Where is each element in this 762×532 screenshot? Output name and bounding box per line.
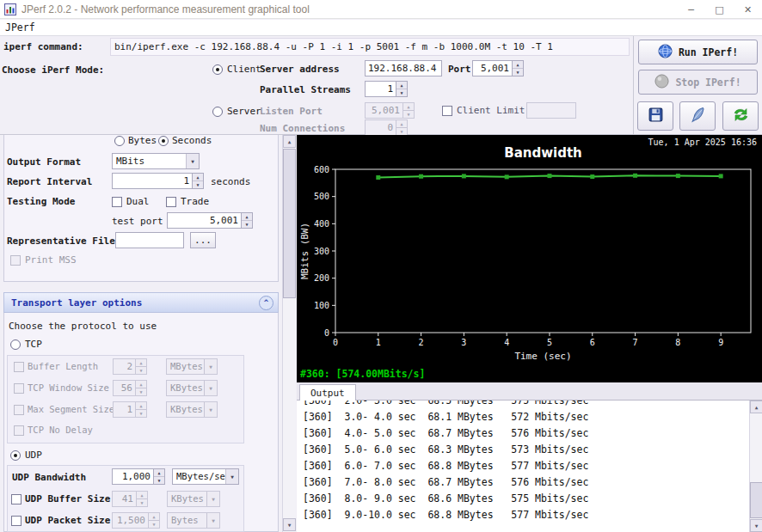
- spinner-down-icon[interactable]: [154, 477, 164, 484]
- udp-buffer-size-spinner: 41: [112, 491, 148, 507]
- buffer-length-label: Buffer Length: [28, 361, 98, 371]
- trade-checkbox-label[interactable]: Trade: [181, 196, 209, 207]
- jperf-window: JPerf 2.0.2 - Network performance measur…: [0, 0, 762, 532]
- iperf-command-input[interactable]: bin/iperf.exe -c 192.168.88.4 -u -P 1 -i…: [110, 38, 630, 56]
- num-connections-value: 0: [365, 119, 396, 136]
- seconds-radio[interactable]: [158, 136, 169, 146]
- scroll-up-icon[interactable]: [750, 401, 762, 413]
- max-segment-size-value: 1: [113, 401, 135, 418]
- output-scrollbar-thumb[interactable]: [750, 482, 762, 518]
- collapse-icon[interactable]: ^: [259, 296, 273, 310]
- trade-checkbox[interactable]: [166, 197, 176, 207]
- scroll-down-icon[interactable]: [750, 519, 762, 532]
- udp-bandwidth-value[interactable]: 1,000: [112, 468, 153, 485]
- dual-checkbox-label[interactable]: Dual: [126, 196, 150, 207]
- server-radio[interactable]: [212, 107, 223, 117]
- spinner-up-icon: [136, 402, 146, 410]
- close-button[interactable]: ✕: [734, 0, 762, 19]
- client-limit-checkbox[interactable]: [442, 106, 452, 116]
- spinner-down-icon[interactable]: [396, 89, 407, 96]
- client-radio[interactable]: [212, 64, 223, 75]
- udp-packet-size-checkbox[interactable]: [11, 516, 22, 526]
- seconds-radio-label[interactable]: Seconds: [172, 135, 212, 146]
- run-iperf-button[interactable]: Run IPerf!: [638, 40, 758, 64]
- output-format-value: MBits: [113, 154, 186, 168]
- console[interactable]: [360] 2.0- 3.0 sec 68.5 MBytes 575 Mbits…: [297, 401, 749, 532]
- tcp-radio[interactable]: [10, 339, 21, 350]
- menu-jperf[interactable]: JPerf: [0, 20, 42, 34]
- spinner-down-icon[interactable]: [242, 221, 252, 228]
- bytes-radio-label[interactable]: Bytes: [128, 135, 157, 146]
- dual-checkbox[interactable]: [112, 197, 122, 207]
- spinner-up-icon[interactable]: [242, 213, 252, 221]
- parallel-streams-value[interactable]: 1: [365, 81, 396, 97]
- server-radio-label[interactable]: Server: [227, 106, 261, 117]
- output-scrollbar[interactable]: [749, 401, 762, 532]
- svg-text:4: 4: [504, 338, 509, 347]
- udp-packet-size-buttons: [148, 512, 160, 529]
- spinner-down-icon[interactable]: [193, 181, 203, 188]
- spinner-up-icon[interactable]: [193, 174, 203, 181]
- dropdown-arrow-icon[interactable]: [186, 154, 199, 168]
- representative-file-input[interactable]: [115, 232, 184, 248]
- tcp-no-delay-label: TCP No Delay: [28, 425, 93, 435]
- svg-text:8: 8: [675, 338, 680, 347]
- scroll-down-icon[interactable]: [283, 518, 296, 531]
- save-button[interactable]: [637, 101, 673, 131]
- browse-button[interactable]: ...: [190, 232, 216, 248]
- udp-bandwidth-spinner[interactable]: 1,000: [112, 468, 165, 485]
- udp-bandwidth-unit-select[interactable]: MBytes/sec: [172, 468, 239, 485]
- client-radio-label[interactable]: Client: [227, 64, 261, 75]
- maximize-button[interactable]: □: [705, 0, 734, 19]
- udp-bandwidth-buttons: [153, 468, 165, 485]
- max-segment-size-buttons: [135, 401, 147, 418]
- report-interval-spinner[interactable]: 1: [112, 173, 204, 189]
- report-interval-buttons: [192, 173, 204, 189]
- restore-defaults-button[interactable]: [722, 101, 759, 131]
- quill-icon: [690, 107, 706, 125]
- parallel-streams-spinner[interactable]: 1: [365, 81, 408, 97]
- menubar: JPerf: [0, 20, 762, 36]
- clear-output-button[interactable]: [679, 101, 716, 131]
- output-format-select[interactable]: MBits: [112, 153, 200, 169]
- scroll-up-icon[interactable]: [283, 135, 296, 148]
- svg-text:100: 100: [314, 301, 329, 310]
- test-port-value[interactable]: 5,001: [167, 212, 241, 229]
- options-scrollbar-thumb[interactable]: [283, 149, 296, 298]
- spinner-up-icon[interactable]: [513, 61, 523, 69]
- run-iperf-label: Run IPerf!: [679, 46, 738, 58]
- spinner-up-icon: [396, 120, 407, 128]
- client-limit-label[interactable]: Client Limit: [457, 105, 525, 116]
- dropdown-arrow-icon[interactable]: [225, 469, 238, 484]
- report-interval-value[interactable]: 1: [112, 173, 192, 189]
- options-scrollbar[interactable]: [282, 135, 296, 532]
- bandwidth-chart: 01002003004005006000123456789BandwidthTi…: [297, 135, 762, 367]
- tcp-radio-label[interactable]: TCP: [25, 339, 42, 350]
- chart-legend: #360: [574.00MBits/s]: [300, 368, 425, 380]
- port-spinner[interactable]: 5,001: [472, 60, 524, 76]
- action-panel: Run IPerf! Stop IPerf!: [633, 36, 762, 135]
- bytes-radio[interactable]: [114, 136, 125, 146]
- spinner-down-icon[interactable]: [513, 69, 523, 76]
- spinner-up-icon[interactable]: [154, 469, 164, 477]
- udp-radio[interactable]: [10, 450, 21, 461]
- print-mss-label: Print MSS: [25, 254, 77, 266]
- port-spinner-value[interactable]: 5,001: [472, 60, 512, 76]
- svg-text:Tue, 1 Apr 2025 16:36: Tue, 1 Apr 2025 16:36: [648, 138, 757, 147]
- udp-bandwidth-unit: MBytes/sec: [173, 469, 225, 484]
- output-line: [360] 5.0- 6.0 sec 68.3 MBytes 573 Mbits…: [303, 442, 749, 458]
- minimize-button[interactable]: ─: [677, 0, 705, 19]
- test-port-spinner[interactable]: 5,001: [167, 212, 253, 229]
- output-tab[interactable]: Output: [299, 384, 356, 401]
- udp-radio-label[interactable]: UDP: [25, 449, 42, 461]
- spinner-up-icon[interactable]: [396, 82, 407, 89]
- chart-area: 01002003004005006000123456789BandwidthTi…: [297, 135, 762, 382]
- udp-buffer-size-checkbox[interactable]: [11, 494, 22, 504]
- udp-packet-size-label[interactable]: UDP Packet Size: [25, 515, 110, 526]
- num-connections-spinner: 0: [365, 119, 408, 136]
- buffer-length-checkbox: [14, 362, 24, 372]
- udp-buffer-size-label[interactable]: UDP Buffer Size: [25, 493, 110, 504]
- listen-port-spinner: 5,001: [365, 102, 415, 119]
- server-address-input[interactable]: 192.168.88.4: [365, 60, 442, 76]
- svg-text:0: 0: [324, 328, 329, 338]
